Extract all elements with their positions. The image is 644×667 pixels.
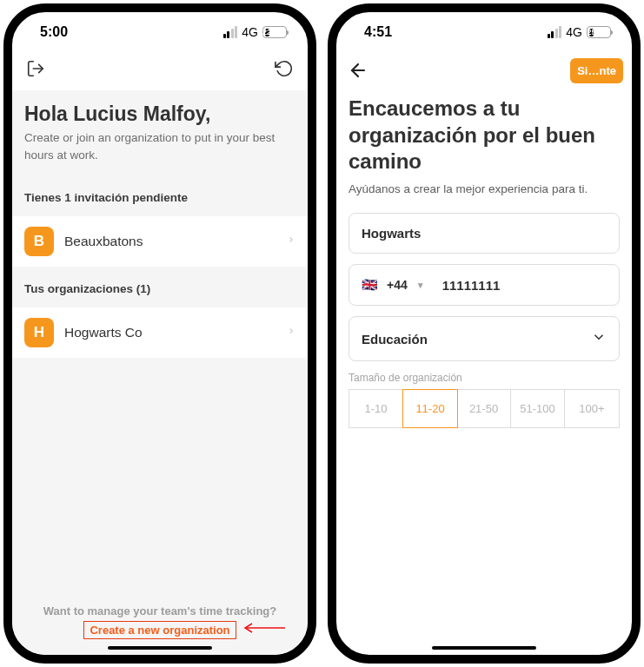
back-arrow-icon[interactable] [345, 57, 371, 83]
main-area: Hola Lucius Malfoy, Create or join an or… [12, 90, 308, 655]
clock: 5:00 [40, 24, 68, 40]
form-area: Hogwarts 🇬🇧 +44 ▼ 11111111 Educación [336, 208, 632, 367]
category-select[interactable]: Educación [349, 316, 620, 361]
clock: 4:51 [364, 24, 392, 40]
status-bar: 5:00 4G 22 [12, 12, 308, 52]
org-size-label: Tamaño de organización [349, 372, 620, 384]
top-action-bar: Si…nte [336, 52, 632, 92]
org-avatar: B [24, 227, 54, 256]
status-bar: 4:51 4G 25 [336, 12, 632, 52]
home-indicator [108, 646, 212, 650]
top-action-bar [12, 52, 308, 90]
next-button[interactable]: Si…nte [570, 58, 623, 83]
hero: Encaucemos a tu organización por el buen… [336, 92, 632, 208]
chevron-right-icon [287, 234, 295, 249]
size-option[interactable]: 11-20 [402, 389, 458, 428]
undo-icon[interactable] [273, 57, 295, 80]
status-right: 4G 22 [223, 25, 287, 39]
page-title: Encaucemos a tu organización por el buen… [349, 96, 620, 175]
your-orgs-label: Tus organizaciones (1) [12, 267, 308, 307]
country-code: +44 [387, 278, 408, 292]
org-size-options: 1-10 11-20 21-50 51-100 100+ [349, 389, 620, 428]
flag-icon: 🇬🇧 [362, 277, 378, 293]
battery-icon: 25 [587, 26, 611, 38]
phone-number: 11111111 [442, 278, 501, 293]
status-right: 4G 25 [548, 25, 611, 39]
phone-screen-1: 5:00 4G 22 Hola Lucius Malfoy, Create or… [3, 3, 316, 664]
org-name-value: Hogwarts [362, 226, 421, 241]
chevron-down-icon: ▼ [416, 281, 425, 290]
org-name-field[interactable]: Hogwarts [349, 213, 620, 254]
page-subtitle: Ayúdanos a crear la mejor experiencia pa… [349, 182, 620, 195]
network-label: 4G [242, 25, 258, 39]
pending-invites-label: Tienes 1 invitación pendiente [12, 175, 308, 216]
signal-icon [548, 26, 562, 38]
org-avatar: H [24, 318, 54, 347]
battery-icon: 22 [262, 26, 287, 38]
hero: Hola Lucius Malfoy, Create or join an or… [12, 90, 308, 175]
annotation-arrow-icon [240, 622, 287, 634]
greeting-subtitle: Create or join an organization to put in… [24, 129, 295, 163]
signal-icon [223, 26, 238, 38]
home-indicator [432, 646, 536, 650]
chevron-down-icon [591, 329, 607, 348]
org-item[interactable]: H Hogwarts Co [12, 307, 308, 358]
footer-question: Want to manage your team's time tracking… [12, 604, 308, 617]
org-name: Hogwarts Co [64, 325, 276, 340]
size-option[interactable]: 100+ [565, 390, 619, 427]
size-option[interactable]: 21-50 [457, 390, 511, 427]
logout-icon[interactable] [24, 57, 47, 80]
create-org-link[interactable]: Create a new organization [83, 621, 236, 639]
org-size-block: Tamaño de organización 1-10 11-20 21-50 … [336, 367, 632, 433]
size-option[interactable]: 1-10 [349, 390, 403, 427]
phone-field[interactable]: 🇬🇧 +44 ▼ 11111111 [349, 264, 620, 306]
greeting-title: Hola Lucius Malfoy, [24, 102, 295, 126]
invite-item[interactable]: B Beauxbatons [12, 216, 308, 267]
size-option[interactable]: 51-100 [511, 390, 565, 427]
category-value: Educación [362, 332, 428, 347]
chevron-right-icon [287, 325, 295, 340]
phone-screen-2: 4:51 4G 25 Si…nte Encaucemos a tu organi… [328, 3, 641, 664]
network-label: 4G [566, 25, 582, 39]
org-name: Beauxbatons [64, 234, 276, 249]
